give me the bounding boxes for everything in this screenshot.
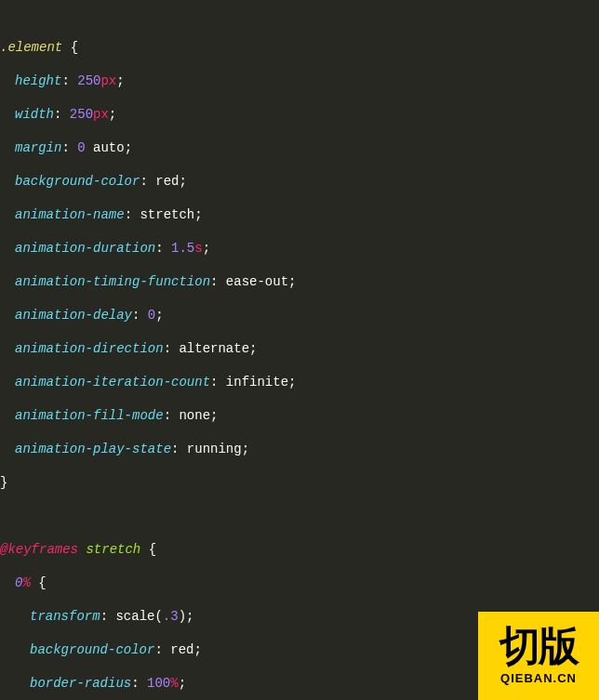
css-atrule: @keyframes: [0, 542, 78, 557]
css-selector: .element: [0, 40, 62, 55]
watermark-main: 切版: [499, 626, 578, 667]
watermark-sub: QIEBAN.CN: [500, 670, 577, 687]
css-property: height: [15, 73, 61, 88]
watermark-badge: 切版 QIEBAN.CN: [478, 612, 599, 700]
code-editor[interactable]: .element { height: 250px; width: 250px; …: [0, 0, 599, 700]
